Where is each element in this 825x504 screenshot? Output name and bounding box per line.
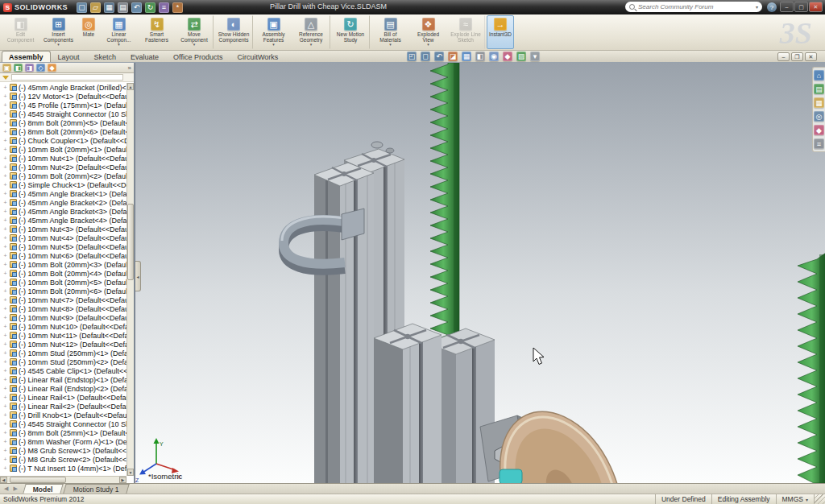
tree-component-row[interactable]: (-) Linear Rail (Endstop)<2> (Default<<D… <box>0 384 126 393</box>
expand-icon[interactable] <box>2 253 8 258</box>
tree-component-row[interactable]: (-) M8 Grub Screw<2> (Default<<Defaul... <box>0 455 126 464</box>
doc-restore-button[interactable] <box>791 52 803 61</box>
tree-component-row[interactable]: (-) 10mm Bolt (20mm)<4> (Default<<Defau <box>0 269 126 278</box>
tree-component-row[interactable]: (-) 10mm Nut<8> (Default<<Default>_Disp <box>0 304 126 313</box>
ribbon-button-smart-fasteners[interactable]: ↯ Smart Fasteners ▾ <box>138 15 176 49</box>
tab-scroll-right-icon[interactable]: ▶ <box>11 484 19 494</box>
tree-component-row[interactable]: (-) 12V Motor<1> (Default<<Default>_Disp <box>0 92 126 101</box>
command-tab-assembly[interactable]: Assembly <box>2 51 51 62</box>
print-icon[interactable]: ▤ <box>118 2 128 13</box>
expand-icon[interactable] <box>2 448 8 453</box>
tree-vertical-scrollbar[interactable]: ▲ ▼ <box>126 83 134 476</box>
expand-icon[interactable] <box>2 350 8 356</box>
tree-component-row[interactable]: (-) 45mm Angle Bracket<1> (Default<<Defa… <box>0 189 126 198</box>
ribbon-button-reference-geometry[interactable]: △ Reference Geometry ▾ <box>292 15 330 49</box>
expand-icon[interactable] <box>2 102 8 108</box>
ribbon-button-insert-components[interactable]: ⊞ Insert Components ▾ <box>39 15 77 49</box>
save-icon[interactable]: ▦ <box>104 2 114 13</box>
previous-view-icon[interactable]: ↶ <box>434 52 444 61</box>
tree-component-row[interactable]: (-) 8mm Washer (Form A)<1> (Default<<D..… <box>0 437 126 446</box>
displaymanager-icon[interactable]: ◆ <box>48 64 56 72</box>
expand-icon[interactable] <box>2 217 8 223</box>
edit-appearance-icon[interactable]: ◆ <box>503 52 512 61</box>
ribbon-button-explode-line-sketch[interactable]: ≈ Explode Line Sketch ▾ <box>447 15 485 49</box>
expand-icon[interactable] <box>2 173 8 179</box>
ribbon-button-instant3d[interactable]: → Instant3D ▾ <box>487 15 514 49</box>
expand-icon[interactable] <box>2 138 8 143</box>
expand-icon[interactable] <box>2 85 8 90</box>
featuremanager-icon[interactable]: ▣ <box>2 64 11 72</box>
expand-icon[interactable] <box>2 244 8 250</box>
tree-component-row[interactable]: (-) 10mm Nut<2> (Default<<Default>_Disp <box>0 163 126 171</box>
tree-component-row[interactable]: (-) 10mm Nut<12> (Default<<Default>_Dis <box>0 340 126 349</box>
expand-icon[interactable] <box>2 279 8 285</box>
section-view-icon[interactable]: ◪ <box>448 52 458 61</box>
aluminium-extrusion-front[interactable] <box>314 163 374 483</box>
tree-component-row[interactable]: (-) Linear Rail<2> (Default<<Default>... <box>0 402 126 411</box>
expand-icon[interactable] <box>2 403 8 409</box>
status-cell-units[interactable]: MMGS ▾ <box>776 494 814 504</box>
tree-component-row[interactable]: (-) 45 Profile (175mm)<1> (Default<<Defa… <box>0 101 126 109</box>
tree-component-row[interactable]: (-) 10mm Nut<4> (Default<<Default>_Disp <box>0 233 126 242</box>
expand-icon[interactable] <box>2 395 8 400</box>
tree-component-row[interactable]: (-) 10mm Bolt (20mm)<6> (Default<<Def... <box>0 287 126 295</box>
zoom-area-icon[interactable]: ◻ <box>421 52 430 61</box>
tree-component-row[interactable]: (-) Chuck Coupler<1> (Default<<Default>_ <box>0 136 126 145</box>
tree-component-row[interactable]: (-) 10mm Nut<11> (Default<<Default>_Dis <box>0 331 126 340</box>
close-button[interactable] <box>809 2 823 12</box>
expand-icon[interactable] <box>2 262 8 267</box>
expand-icon[interactable] <box>2 226 8 232</box>
expand-icon[interactable] <box>2 297 8 303</box>
view-orientation-icon[interactable]: ▦ <box>462 52 471 61</box>
new-document-icon[interactable]: ▢ <box>77 2 87 13</box>
ribbon-button-exploded-view[interactable]: ❖ Exploded View ▾ <box>409 15 447 49</box>
tab-scroll-left-icon[interactable]: ◀ <box>2 484 10 494</box>
status-cell-edit-mode[interactable]: Editing Assembly ▾ <box>711 494 776 504</box>
tree-component-row[interactable]: (-) 4545 Straight Connector (10 Slot)180… <box>0 419 126 428</box>
tree-component-row[interactable]: (-) 4545 Cable Clip<1> (Default<<Default… <box>0 366 126 375</box>
search-input[interactable] <box>638 3 752 10</box>
expand-icon[interactable] <box>2 288 8 294</box>
vertical-scroll-thumb[interactable] <box>127 204 134 280</box>
tree-component-row[interactable]: (-) 10mm Bolt (20mm)<3> (Default<<Def... <box>0 260 126 269</box>
configurationmanager-icon[interactable]: ◨ <box>25 64 34 72</box>
expand-icon[interactable] <box>2 182 8 188</box>
community-search[interactable]: ▾ <box>625 2 762 12</box>
minimize-button[interactable] <box>780 2 794 12</box>
tree-component-row[interactable]: (-) 10mm Nut<9> (Default<<Default>_Disp <box>0 313 126 322</box>
options-icon[interactable]: * <box>172 2 183 13</box>
cyan-fitting[interactable] <box>500 469 522 483</box>
ribbon-button-move-component[interactable]: ⇄ Move Component ▾ <box>176 15 214 49</box>
tree-component-row[interactable]: (-) 8mm Bolt (20mm)<6> (Default<<Defaul <box>0 127 126 136</box>
tree-component-row[interactable]: (-) 10mm Bolt (20mm)<5> (Default<<Defaul… <box>0 278 126 287</box>
doc-close-button[interactable] <box>805 52 817 61</box>
open-icon[interactable]: ▱ <box>90 2 101 13</box>
expand-icon[interactable] <box>2 456 8 462</box>
tree-component-row[interactable]: (-) Linear Rail<1> (Default<<Default>_Di… <box>0 393 126 402</box>
rebuild-icon[interactable]: ↻ <box>145 2 155 13</box>
study-tab-motion-study-1[interactable]: Motion Study 1 <box>64 484 130 494</box>
zoom-fit-icon[interactable]: ◰ <box>407 52 417 61</box>
tree-component-row[interactable]: (-) 10mm Stud (250mm)<2> (Default<<D... <box>0 357 126 366</box>
tree-horizontal-scrollbar[interactable]: ◀ ▶ <box>0 476 126 483</box>
expand-icon[interactable] <box>2 200 8 205</box>
command-tab-circuitworks[interactable]: CircuitWorks <box>230 51 285 62</box>
study-tab-model[interactable]: Model <box>23 484 63 494</box>
tree-component-row[interactable]: (-) 45mm Angle Bracket<4> (Default<<Def.… <box>0 216 126 225</box>
tree-component-row[interactable]: (-) 45mm Angle Bracket<2> (Default<<Defa… <box>0 198 126 207</box>
solidworks-resources-icon[interactable]: ⌂ <box>814 70 824 81</box>
ribbon-button-show-hidden-components[interactable]: ◐ Show Hidden Components ▾ <box>215 15 253 49</box>
expand-icon[interactable] <box>2 359 8 365</box>
expand-icon[interactable] <box>2 111 8 117</box>
expand-icon[interactable] <box>2 306 8 312</box>
tree-component-row[interactable]: (-) 8mm Bolt (20mm)<5> (Default<<Default <box>0 118 126 127</box>
tree-component-row[interactable]: (-) 10mm Nut<5> (Default<<Default>_Disp <box>0 242 126 251</box>
horizontal-scroll-thumb[interactable] <box>10 477 66 483</box>
ribbon-button-edit-component[interactable]: ◧ Edit Component ▾ <box>2 15 39 49</box>
appearances-scenes-icon[interactable]: ◆ <box>814 125 824 135</box>
expand-icon[interactable] <box>2 465 8 471</box>
expand-icon[interactable] <box>2 235 8 241</box>
ribbon-button-assembly-features[interactable]: ▣ Assembly Features ▾ <box>255 15 292 49</box>
panel-overflow-chevron[interactable]: » <box>128 64 131 72</box>
expand-icon[interactable] <box>2 333 8 338</box>
